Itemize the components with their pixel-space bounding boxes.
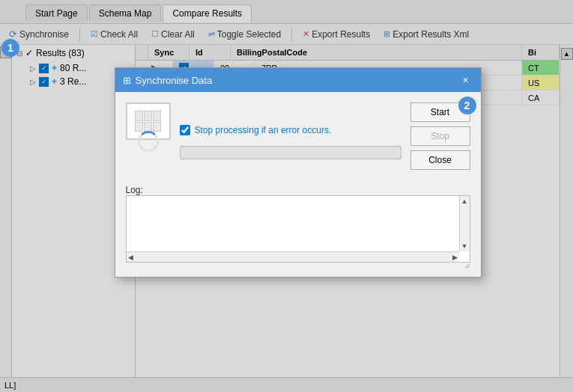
log-scroll-up[interactable]: ▲ bbox=[460, 197, 470, 205]
modal-buttons-area: 2 Start Stop Close bbox=[410, 102, 470, 170]
modal-icon-area bbox=[126, 102, 171, 170]
stop-on-error-row: Stop processing if an error occurs. bbox=[180, 125, 401, 135]
app-window: 1 Start Page Schema Map Compare Results … bbox=[0, 0, 573, 392]
badge-1: 1 bbox=[1, 39, 19, 57]
log-area[interactable]: ▲ ▼ ◀ ▶ bbox=[126, 195, 470, 263]
modal-titlebar: ⊞ Synchronise Data × bbox=[115, 68, 481, 92]
stop-on-error-checkbox[interactable] bbox=[180, 125, 190, 135]
log-scrollbar-vertical[interactable]: ▲ ▼ bbox=[459, 196, 470, 251]
modal-title-text: Synchronise Data bbox=[136, 75, 213, 86]
stop-button[interactable]: Stop bbox=[410, 126, 470, 146]
log-section: Log: ▲ ▼ ◀ ▶ ⊿ bbox=[115, 185, 481, 277]
modal-center: Stop processing if an error occurs. bbox=[180, 102, 401, 170]
stop-on-error-label: Stop processing if an error occurs. bbox=[195, 125, 332, 135]
modal-title-icon: ⊞ bbox=[123, 75, 131, 86]
modal-close-button[interactable]: × bbox=[458, 73, 473, 88]
sync-icon-box bbox=[126, 102, 171, 140]
log-scroll-left[interactable]: ◀ bbox=[128, 254, 133, 261]
modal-overlay: ⊞ Synchronise Data × bbox=[0, 0, 573, 392]
badge-2: 2 bbox=[458, 97, 476, 114]
log-label: Log: bbox=[126, 185, 470, 195]
modal-body: Stop processing if an error occurs. 2 St… bbox=[115, 92, 481, 180]
synchronise-dialog: ⊞ Synchronise Data × bbox=[115, 67, 482, 278]
modal-title-left: ⊞ Synchronise Data bbox=[123, 75, 213, 86]
log-scrollbar-horizontal[interactable]: ◀ ▶ bbox=[127, 251, 459, 262]
log-scroll-right[interactable]: ▶ bbox=[452, 254, 458, 261]
sync-spinner bbox=[138, 131, 159, 152]
progress-bar bbox=[180, 146, 401, 159]
start-btn-wrapper: 2 Start bbox=[410, 102, 470, 122]
log-scroll-down[interactable]: ▼ bbox=[460, 242, 470, 250]
resize-handle[interactable]: ⊿ bbox=[126, 263, 470, 269]
sync-icon-grid bbox=[135, 111, 162, 132]
close-dialog-button[interactable]: Close bbox=[410, 150, 470, 170]
